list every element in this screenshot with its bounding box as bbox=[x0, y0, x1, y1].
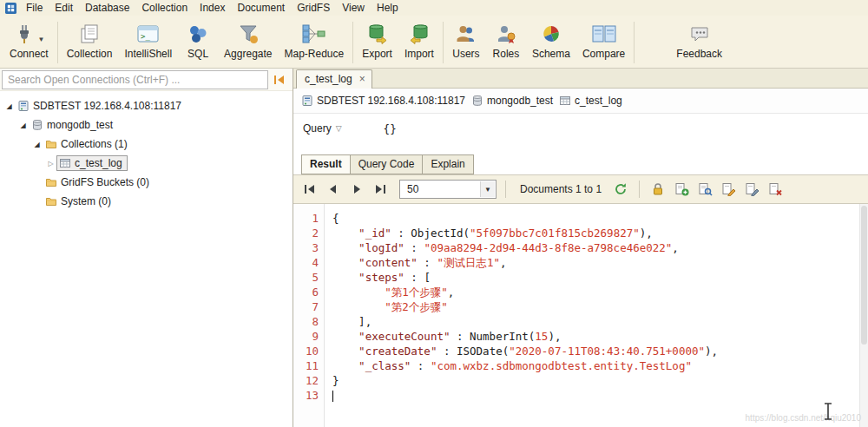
collection-small-icon bbox=[559, 95, 571, 107]
toolbar-button-label: SQL bbox=[187, 48, 208, 60]
query-input[interactable]: {} bbox=[384, 122, 397, 135]
next-page-button[interactable] bbox=[347, 180, 366, 199]
breadcrumb: SDBTEST 192.168.4.108:11817mongodb_testc… bbox=[293, 89, 868, 114]
collection-icon bbox=[78, 23, 101, 45]
result-tab-query-code[interactable]: Query Code bbox=[350, 154, 424, 174]
tree-item-gridfs-buckets-0[interactable]: GridFS Buckets (0) bbox=[0, 173, 293, 192]
menu-index[interactable]: Index bbox=[194, 0, 231, 16]
document-json[interactable]: { "_id" : ObjectId("5f097bbc7c01f815cb26… bbox=[325, 204, 868, 427]
chevron-down-icon[interactable]: ▼ bbox=[37, 36, 44, 43]
toolbar-separator bbox=[634, 22, 635, 63]
tree-item-c-test-log[interactable]: ▷c_test_log bbox=[0, 154, 293, 173]
delete-document-button[interactable] bbox=[766, 180, 785, 199]
menu-database[interactable]: Database bbox=[79, 0, 135, 16]
refresh-button[interactable] bbox=[611, 180, 630, 199]
breadcrumb-label: mongodb_test bbox=[487, 95, 553, 107]
code-line[interactable]: } bbox=[332, 373, 868, 388]
code-line[interactable]: "executeCount" : NumberInt(15), bbox=[332, 329, 868, 344]
collapse-panel-button[interactable] bbox=[268, 70, 291, 89]
breadcrumb-label: SDBTEST 192.168.4.108:11817 bbox=[317, 95, 465, 107]
expand-node-icon[interactable]: ▷ bbox=[45, 160, 56, 168]
toolbar-separator bbox=[443, 22, 444, 63]
collection-button[interactable]: Collection bbox=[61, 17, 119, 68]
compare-button[interactable]: Compare bbox=[576, 17, 631, 68]
next-page-icon bbox=[351, 184, 363, 194]
intellishell-button[interactable]: >_IntelliShell bbox=[118, 17, 178, 68]
menu-document[interactable]: Document bbox=[231, 0, 291, 16]
menu-view[interactable]: View bbox=[336, 0, 371, 16]
line-number: 5 bbox=[293, 270, 319, 285]
view-document-button[interactable] bbox=[695, 180, 714, 199]
breadcrumb-sdbtest-192-168-4-108-11817[interactable]: SDBTEST 192.168.4.108:11817 bbox=[301, 95, 465, 107]
code-line[interactable] bbox=[332, 388, 868, 403]
code-line[interactable]: "logId" : "09aa8294-2d94-44d3-8f8e-a798c… bbox=[332, 240, 868, 255]
collapse-node-icon[interactable]: ◢ bbox=[3, 102, 15, 110]
collapse-node-icon[interactable]: ◢ bbox=[31, 141, 43, 148]
result-tab-result[interactable]: Result bbox=[301, 154, 351, 174]
menu-help[interactable]: Help bbox=[371, 0, 404, 16]
code-line[interactable]: "第2个步骤" bbox=[332, 299, 868, 314]
line-number: 11 bbox=[293, 358, 319, 373]
tree-item-label: Collections (1) bbox=[61, 138, 128, 150]
query-dropdown-icon[interactable]: ▽ bbox=[336, 124, 342, 133]
previous-page-button[interactable] bbox=[324, 180, 343, 199]
add-document-button[interactable] bbox=[672, 180, 691, 199]
connect-button[interactable]: ▼Connect bbox=[3, 17, 55, 68]
line-number: 8 bbox=[293, 314, 319, 329]
line-number: 1 bbox=[293, 211, 319, 226]
aggregate-button[interactable]: Aggregate bbox=[218, 17, 278, 68]
code-line[interactable]: "_class" : "com.wxbz.sdbmongodbtest.enti… bbox=[332, 358, 868, 373]
menu-file[interactable]: File bbox=[20, 0, 49, 16]
database-icon bbox=[31, 119, 43, 131]
connection-tree-panel: ◢SDBTEST 192.168.4.108:11817◢mongodb_tes… bbox=[0, 69, 293, 427]
editor-panel: c_test_log× SDBTEST 192.168.4.108:11817m… bbox=[293, 69, 868, 427]
collapse-panel-icon bbox=[273, 74, 286, 86]
map-reduce-button[interactable]: Map-Reduce bbox=[279, 17, 351, 68]
documents-range-label: Documents 1 to 1 bbox=[520, 183, 602, 195]
search-input[interactable] bbox=[2, 70, 268, 89]
tree-item-collections-1[interactable]: ◢Collections (1) bbox=[0, 135, 293, 154]
json-editor[interactable]: 12345678910111213 { "_id" : ObjectId("5f… bbox=[293, 204, 868, 427]
edit-document-button[interactable] bbox=[719, 180, 738, 199]
sql-button[interactable]: SQL bbox=[178, 17, 218, 68]
tree-item-sdbtest-192-168-4-108-11817[interactable]: ◢SDBTEST 192.168.4.108:11817 bbox=[0, 96, 293, 115]
code-line[interactable]: ], bbox=[332, 314, 868, 329]
first-page-button[interactable] bbox=[300, 180, 319, 199]
page-size-select[interactable]: 50 ▼ bbox=[399, 180, 496, 199]
code-line[interactable]: "content" : "测试日志1", bbox=[332, 255, 868, 270]
feedback-icon bbox=[688, 23, 711, 45]
code-line[interactable]: { bbox=[332, 211, 868, 226]
last-page-button[interactable] bbox=[371, 180, 390, 199]
code-line[interactable]: "createDate" : ISODate("2020-07-11T08:43… bbox=[332, 344, 868, 358]
code-line[interactable]: "第1个步骤", bbox=[332, 285, 868, 299]
search-row bbox=[0, 69, 293, 91]
edit-json-button[interactable] bbox=[742, 180, 761, 199]
collapse-node-icon[interactable]: ◢ bbox=[17, 122, 29, 129]
editor-vertical-scrollbar[interactable] bbox=[859, 204, 868, 427]
menu-gridfs[interactable]: GridFS bbox=[291, 0, 336, 16]
breadcrumb-c-test-log[interactable]: c_test_log bbox=[559, 95, 622, 107]
schema-button[interactable]: Schema bbox=[526, 17, 576, 68]
tab-c-test-log[interactable]: c_test_log× bbox=[296, 69, 372, 89]
roles-button[interactable]: Roles bbox=[486, 17, 526, 68]
feedback-button[interactable]: Feedback bbox=[670, 17, 728, 68]
scrollbar-thumb[interactable] bbox=[861, 206, 867, 345]
menu-collection[interactable]: Collection bbox=[135, 0, 194, 16]
tree-item-mongodb-test[interactable]: ◢mongodb_test bbox=[0, 115, 293, 135]
import-button[interactable]: Import bbox=[398, 17, 440, 68]
spacer bbox=[293, 143, 868, 154]
tree-item-system-0[interactable]: System (0) bbox=[0, 192, 293, 211]
close-icon[interactable]: × bbox=[359, 74, 365, 84]
users-button[interactable]: Users bbox=[446, 17, 486, 68]
intellishell-icon: >_ bbox=[136, 23, 160, 45]
code-line[interactable]: "steps" : [ bbox=[332, 270, 868, 285]
tab-bar: c_test_log× bbox=[293, 69, 868, 89]
breadcrumb-mongodb-test[interactable]: mongodb_test bbox=[471, 95, 553, 107]
line-number: 12 bbox=[293, 373, 319, 388]
menu-edit[interactable]: Edit bbox=[49, 0, 79, 16]
code-line[interactable]: "_id" : ObjectId("5f097bbc7c01f815cb2698… bbox=[332, 226, 868, 240]
svg-text:>_: >_ bbox=[141, 32, 150, 41]
result-tab-explain[interactable]: Explain bbox=[422, 154, 473, 174]
lock-button[interactable] bbox=[648, 180, 667, 199]
export-button[interactable]: Export bbox=[356, 17, 398, 68]
